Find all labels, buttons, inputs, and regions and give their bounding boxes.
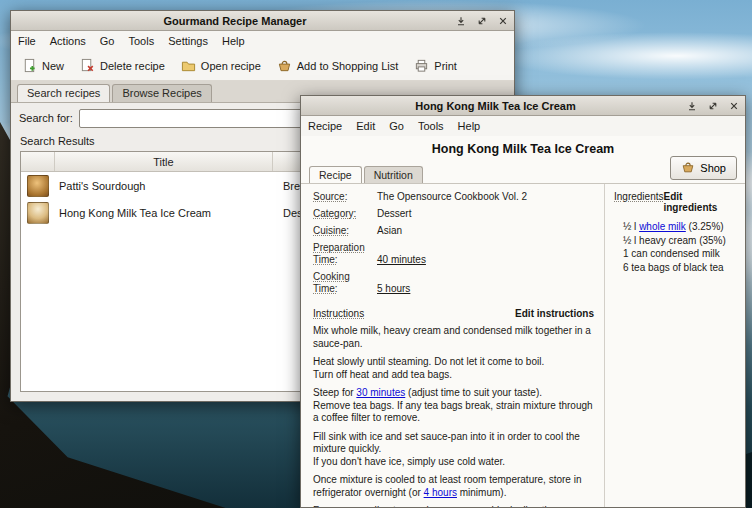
bread-photo [27,175,49,197]
ingredient-item: ½ l whole milk (3.25%) [623,220,737,234]
minimize-icon[interactable] [454,14,467,27]
row-title: Patti's Sourdough [55,180,273,192]
menu-file[interactable]: File [11,32,43,50]
recipe-heading: Hong Kong Milk Tea Ice Cream [301,136,745,157]
open-folder-icon [181,58,196,73]
instruction-paragraph: Once mixture is cooled to at least room … [313,474,594,499]
menu-recipe[interactable]: Recipe [301,117,349,135]
shop-label: Shop [700,162,726,174]
menu-tools[interactable]: Tools [122,32,162,50]
recipe-window-title: Hong Kong Milk Tea Ice Cream [306,100,685,112]
printer-icon [414,58,429,73]
column-thumbnail[interactable] [21,152,55,171]
recipe-subrow: Recipe Nutrition Shop [301,157,745,183]
recipe-details-pane: Source: The Opensource Cookbook Vol. 2 C… [301,184,604,507]
cook-time-value[interactable]: 5 hours [377,283,594,295]
ingredient-item: ½ l heavy cream (35%) [623,234,737,248]
recipe-content: Hong Kong Milk Tea Ice Cream Recipe Nutr… [301,136,745,507]
timer-link-30-minutes[interactable]: 30 minutes [356,387,405,398]
tab-browse-recipes[interactable]: Browse Recipes [112,84,211,102]
cuisine-value[interactable]: Asian [377,225,594,237]
tab-recipe[interactable]: Recipe [309,166,362,183]
manager-titlebar[interactable]: Gourmand Recipe Manager [11,11,514,31]
ice-cream-photo [27,202,49,224]
manager-menubar: File Actions Go Tools Settings Help [11,31,514,51]
manager-window-title: Gourmand Recipe Manager [16,15,454,27]
menu-go[interactable]: Go [93,32,122,50]
timer-link-4-hours[interactable]: 4 hours [424,487,457,498]
shopping-basket-icon [681,160,695,176]
edit-ingredients-button[interactable]: Edit ingredients [663,191,737,213]
instruction-paragraph: Steep for 30 minutes (adjust time to sui… [313,387,594,425]
menu-settings[interactable]: Settings [161,32,215,50]
menu-tools[interactable]: Tools [411,117,451,135]
delete-recipe-label: Delete recipe [100,60,165,72]
menu-help[interactable]: Help [215,32,252,50]
recipe-fields: Source: The Opensource Cookbook Vol. 2 C… [313,191,594,295]
desktop: { "manager": { "title": "Gourmand Recipe… [0,0,752,508]
edit-instructions-button[interactable]: Edit instructions [515,308,594,319]
manager-toolbar: New Delete recipe Open recipe Add to Sho… [11,51,514,81]
shopping-basket-icon [277,58,292,73]
column-title[interactable]: Title [55,152,273,171]
open-recipe-label: Open recipe [201,60,261,72]
maximize-icon[interactable] [706,99,719,112]
source-label: Source: [313,191,369,203]
print-label: Print [434,60,457,72]
source-value[interactable]: The Opensource Cookbook Vol. 2 [377,191,594,203]
instructions-label: Instructions [313,308,364,319]
menu-help[interactable]: Help [451,117,488,135]
prep-time-value[interactable]: 40 minutes [377,254,594,266]
category-label: Category: [313,208,369,220]
menu-go[interactable]: Go [382,117,411,135]
ingredients-list: ½ l whole milk (3.25%) ½ l heavy cream (… [614,220,737,274]
row-title: Hong Kong Milk Tea Ice Cream [55,207,273,219]
ingredient-link-whole-milk[interactable]: whole milk [639,221,686,232]
delete-recipe-icon [80,58,95,73]
maximize-icon[interactable] [475,14,488,27]
new-recipe-button[interactable]: New [15,54,71,77]
cuisine-label: Cuisine: [313,225,369,237]
recipe-card-tabs: Recipe Nutrition [309,166,423,183]
search-for-label: Search for: [19,112,73,124]
instruction-paragraph: Mix whole milk, heavy cream and condense… [313,325,594,350]
delete-recipe-button[interactable]: Delete recipe [73,54,172,77]
shop-button[interactable]: Shop [670,156,737,180]
recipe-card-window: Hong Kong Milk Tea Ice Cream Recipe Edit… [300,95,746,508]
recipe-window-controls [685,99,740,112]
ingredients-label: Ingredients [614,191,663,202]
menu-edit[interactable]: Edit [349,117,382,135]
instructions-section-header: Instructions Edit instructions [313,308,594,319]
close-icon[interactable] [496,14,509,27]
category-value[interactable]: Dessert [377,208,594,220]
ingredient-item: 1 can condensed milk [623,247,737,261]
tab-search-recipes[interactable]: Search recipes [17,84,110,102]
cook-time-label: Cooking Time: [313,271,369,295]
ingredients-section-header: Ingredients Edit ingredients [614,191,737,213]
recipe-titlebar[interactable]: Hong Kong Milk Tea Ice Cream [301,96,745,116]
instruction-paragraph: Fill sink with ice and set sauce-pan int… [313,431,594,469]
instruction-paragraph: Heat slowly until steaming. Do not let i… [313,356,594,381]
ingredients-pane: Ingredients Edit ingredients ½ l whole m… [605,184,745,507]
prep-time-label: Preparation Time: [313,242,369,266]
minimize-icon[interactable] [685,99,698,112]
recipe-menubar: Recipe Edit Go Tools Help [301,116,745,136]
recipe-columns: Source: The Opensource Cookbook Vol. 2 C… [301,183,745,507]
ingredient-item: 6 tea bags of black tea [623,261,737,275]
tab-nutrition[interactable]: Nutrition [364,166,423,183]
new-page-icon [22,58,37,73]
menu-actions[interactable]: Actions [43,32,93,50]
instruction-paragraph: Freeze according to your ice cream machi… [313,505,594,507]
add-to-shopping-list-label: Add to Shopping List [297,60,399,72]
new-recipe-label: New [42,60,64,72]
manager-window-controls [454,14,509,27]
print-button[interactable]: Print [407,54,464,77]
add-to-shopping-list-button[interactable]: Add to Shopping List [270,54,406,77]
open-recipe-button[interactable]: Open recipe [174,54,268,77]
close-icon[interactable] [727,99,740,112]
